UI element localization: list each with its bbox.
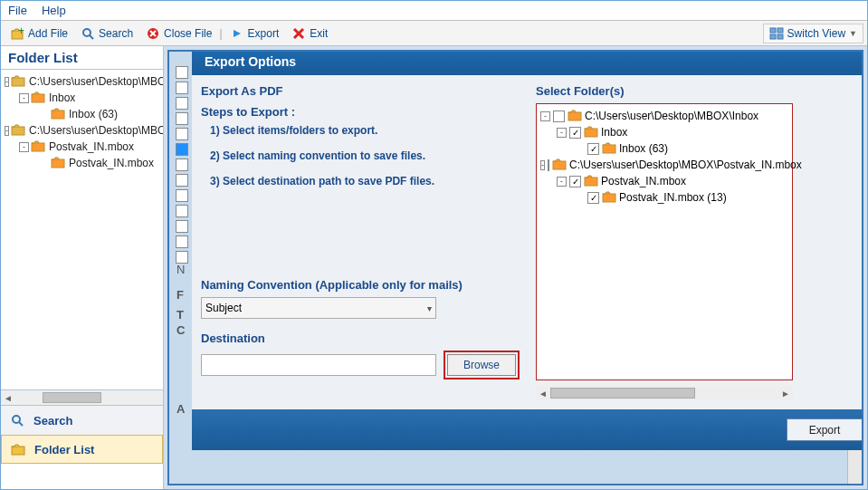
step-1: 1) Select items/folders to export. <box>210 124 529 137</box>
folder-tree-label: Postvak_IN.mbox <box>601 175 686 187</box>
sidebar-hscroll[interactable]: ◄ <box>1 390 163 405</box>
chevron-down-icon: ▾ <box>427 303 432 313</box>
folder-icon <box>584 124 598 141</box>
expander-icon[interactable]: - <box>19 93 29 103</box>
naming-convention-select[interactable]: Subject▾ <box>201 297 436 319</box>
svg-rect-14 <box>52 159 64 168</box>
destination-input[interactable] <box>201 354 436 376</box>
dialog-title: Export Options <box>192 50 863 75</box>
folder-tree-hscroll[interactable]: ◄► <box>536 386 793 400</box>
bg-letter: T <box>176 308 184 322</box>
switch-view-button[interactable]: Switch View ▼ <box>763 24 863 43</box>
svg-line-16 <box>19 422 23 426</box>
sidebar-search-button[interactable]: Search <box>1 406 163 435</box>
step-2: 2) Select naming convention to save file… <box>210 149 529 162</box>
folder-tree-item[interactable]: Inbox (63) <box>540 140 788 157</box>
folder-icon <box>51 155 65 172</box>
svg-rect-23 <box>603 194 615 202</box>
folder-icon <box>31 90 45 107</box>
folder-tree-item[interactable]: -C:\Users\user\Desktop\MBOX\Inbox <box>540 108 788 124</box>
svg-line-3 <box>90 35 93 39</box>
svg-rect-19 <box>585 129 597 137</box>
dialog-export-button[interactable]: Export <box>787 418 863 441</box>
folder-tree[interactable]: -C:\Users\user\Desktop\MBOX\Inbox-InboxI… <box>1 70 163 390</box>
steps-title: Steps to Export : <box>201 105 529 119</box>
tree-item[interactable]: -Postvak_IN.mbox <box>1 139 163 155</box>
folder-tree-label: Inbox <box>601 126 627 139</box>
close-icon <box>146 26 160 41</box>
folder-checkbox[interactable] <box>587 143 599 155</box>
destination-label: Destination <box>201 331 529 345</box>
folder-tree-label: C:\Users\user\Desktop\MBOX\Postvak_IN.mb… <box>569 159 802 171</box>
folder-icon <box>602 189 616 207</box>
folder-tree-item[interactable]: -Postvak_IN.mbox <box>540 173 788 189</box>
svg-rect-8 <box>777 34 783 39</box>
behind-checkboxes <box>176 66 192 266</box>
expander-icon[interactable]: - <box>540 111 550 121</box>
switch-view-icon <box>769 26 784 41</box>
tree-item-label: Postvak_IN.mbox <box>67 157 154 169</box>
close-file-button[interactable]: Close File <box>140 24 217 43</box>
tree-item-label: C:\Users\user\Desktop\MBOX\Inbox <box>27 75 163 88</box>
add-file-button[interactable]: + Add File <box>5 24 73 43</box>
folder-checkbox[interactable] <box>569 176 581 187</box>
svg-rect-10 <box>32 94 44 102</box>
svg-rect-13 <box>32 143 44 151</box>
naming-convention-label: Naming Convention (Applicable only for m… <box>201 278 529 292</box>
folder-checkbox[interactable] <box>569 127 581 139</box>
search-button[interactable]: Search <box>75 24 138 43</box>
svg-rect-18 <box>568 112 581 120</box>
search-icon <box>10 413 24 428</box>
svg-rect-6 <box>777 28 783 33</box>
folder-tree-label: Inbox (63) <box>619 142 668 155</box>
folder-select-tree[interactable]: -C:\Users\user\Desktop\MBOX\Inbox-InboxI… <box>536 103 793 380</box>
svg-rect-11 <box>52 110 64 119</box>
sidebar-title: Folder List <box>1 46 163 70</box>
tree-item[interactable]: -Inbox <box>1 90 163 106</box>
export-button[interactable]: Export <box>224 24 285 43</box>
expander-icon[interactable]: - <box>5 77 9 87</box>
tree-item[interactable]: -C:\Users\user\Desktop\MBOX\Inbox <box>1 73 163 90</box>
browse-button[interactable]: Browse <box>447 354 516 376</box>
export-icon <box>230 26 244 41</box>
svg-rect-5 <box>770 28 776 33</box>
tree-item[interactable]: Inbox (63) <box>1 106 163 122</box>
menu-bar: File Help <box>1 1 867 21</box>
tree-item-label: Postvak_IN.mbox <box>47 140 134 153</box>
expander-icon[interactable]: - <box>557 177 567 187</box>
expander-icon[interactable]: - <box>540 160 545 170</box>
svg-rect-21 <box>553 161 566 169</box>
svg-text:+: + <box>18 26 24 37</box>
expander-icon[interactable]: - <box>19 142 29 152</box>
search-icon <box>81 26 95 41</box>
svg-rect-22 <box>585 178 597 186</box>
exit-button[interactable]: Exit <box>286 24 333 43</box>
folder-icon <box>11 73 25 91</box>
tree-item[interactable]: Postvak_IN.mbox <box>1 155 163 171</box>
expander-icon[interactable]: - <box>5 126 9 136</box>
browse-highlight: Browse <box>444 351 520 380</box>
bg-letter: A <box>176 402 185 416</box>
folder-icon <box>568 108 582 125</box>
folder-icon <box>602 140 616 158</box>
folder-icon <box>584 173 598 190</box>
bg-letter: F <box>176 288 184 302</box>
expander-icon[interactable]: - <box>557 128 567 138</box>
menu-file[interactable]: File <box>8 4 27 17</box>
svg-rect-17 <box>12 447 24 455</box>
folder-tree-item[interactable]: -Inbox <box>540 124 788 140</box>
folder-checkbox[interactable] <box>553 110 565 122</box>
menu-help[interactable]: Help <box>42 4 66 17</box>
sidebar: Folder List -C:\Users\user\Desktop\MBOX\… <box>1 46 164 489</box>
folder-tree-label: C:\Users\user\Desktop\MBOX\Inbox <box>585 110 758 122</box>
export-options-dialog: Export Options Export As PDF Steps to Ex… <box>192 50 863 450</box>
tree-item[interactable]: -C:\Users\user\Desktop\MBOX\Postvak_IN.m… <box>1 122 163 139</box>
folder-tree-item[interactable]: -C:\Users\user\Desktop\MBOX\Postvak_IN.m… <box>540 157 788 173</box>
folder-checkbox[interactable] <box>548 159 549 171</box>
svg-rect-20 <box>603 145 615 153</box>
svg-rect-12 <box>12 127 24 135</box>
folder-icon <box>51 106 65 123</box>
sidebar-folder-list-button[interactable]: Folder List <box>1 435 163 464</box>
folder-checkbox[interactable] <box>587 192 599 204</box>
folder-tree-item[interactable]: Postvak_IN.mbox (13) <box>540 189 788 206</box>
